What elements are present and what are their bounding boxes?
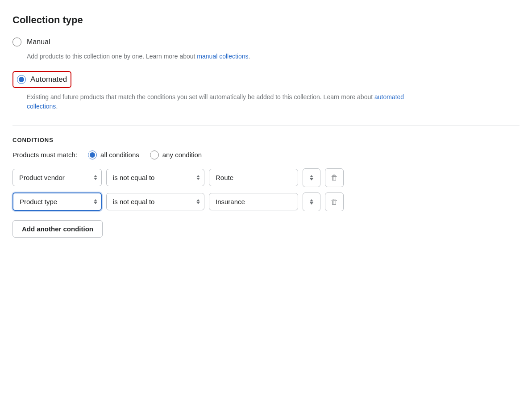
operator-select-2[interactable]: is equal to is not equal to is greater t… <box>106 193 204 210</box>
automated-label[interactable]: Automated <box>30 74 67 85</box>
manual-label[interactable]: Manual <box>27 37 50 47</box>
stepper-up-icon <box>310 175 313 177</box>
automated-description: Existing and future products that match … <box>27 92 428 111</box>
automated-highlight-box: Automated <box>12 71 71 88</box>
condition-row-1: Product vendor Product type Product titl… <box>12 168 520 187</box>
field-select-1[interactable]: Product vendor Product type Product titl… <box>12 169 102 186</box>
operator-select-wrapper-1: is equal to is not equal to is greater t… <box>106 169 204 186</box>
collection-type-radio-group: Manual Add products to this collection o… <box>12 37 520 117</box>
condition-row-2: Product vendor Product type Product titl… <box>12 192 520 211</box>
match-label: Products must match: <box>12 151 77 159</box>
stepper-down-icon <box>310 178 313 180</box>
manual-option: Manual <box>12 37 520 47</box>
all-conditions-label: all conditions <box>100 151 139 159</box>
delete-button-2[interactable]: 🗑 <box>325 192 344 211</box>
add-condition-button[interactable]: Add another condition <box>12 220 103 238</box>
field-select-wrapper-2: Product vendor Product type Product titl… <box>12 192 102 211</box>
automated-radio[interactable] <box>17 75 26 84</box>
manual-description: Add products to this collection one by o… <box>27 52 428 61</box>
any-condition-label: any condition <box>162 151 202 159</box>
trash-icon-1: 🗑 <box>331 174 338 182</box>
stepper-button-2[interactable] <box>303 192 320 211</box>
section-divider <box>12 126 520 126</box>
manual-radio-wrap[interactable] <box>12 38 21 46</box>
any-condition-radio[interactable] <box>150 151 159 159</box>
operator-select-wrapper-2: is equal to is not equal to is greater t… <box>106 193 204 210</box>
automated-option: Automated <box>12 70 520 88</box>
stepper-button-1[interactable] <box>303 168 320 187</box>
operator-select-1[interactable]: is equal to is not equal to is greater t… <box>106 169 204 186</box>
any-condition-option[interactable]: any condition <box>150 151 202 159</box>
field-select-wrapper-1: Product vendor Product type Product titl… <box>12 169 102 186</box>
stepper-arrows-1 <box>310 175 313 180</box>
field-select-2[interactable]: Product vendor Product type Product titl… <box>12 192 102 211</box>
value-input-2[interactable] <box>209 193 298 210</box>
all-conditions-radio[interactable] <box>88 151 97 159</box>
stepper-arrows-2 <box>310 199 313 205</box>
trash-icon-2: 🗑 <box>331 198 338 206</box>
stepper-up-icon <box>310 199 313 201</box>
manual-radio[interactable] <box>12 38 21 46</box>
page-title: Collection type <box>12 14 520 26</box>
conditions-section-label: CONDITIONS <box>12 137 520 143</box>
all-conditions-option[interactable]: all conditions <box>88 151 139 159</box>
delete-button-1[interactable]: 🗑 <box>325 168 344 187</box>
match-row: Products must match: all conditions any … <box>12 151 520 159</box>
stepper-down-icon <box>310 202 313 205</box>
manual-collections-link[interactable]: manual collections <box>197 53 248 60</box>
automated-radio-wrap[interactable]: Automated <box>12 71 71 88</box>
value-input-1[interactable] <box>209 169 298 186</box>
